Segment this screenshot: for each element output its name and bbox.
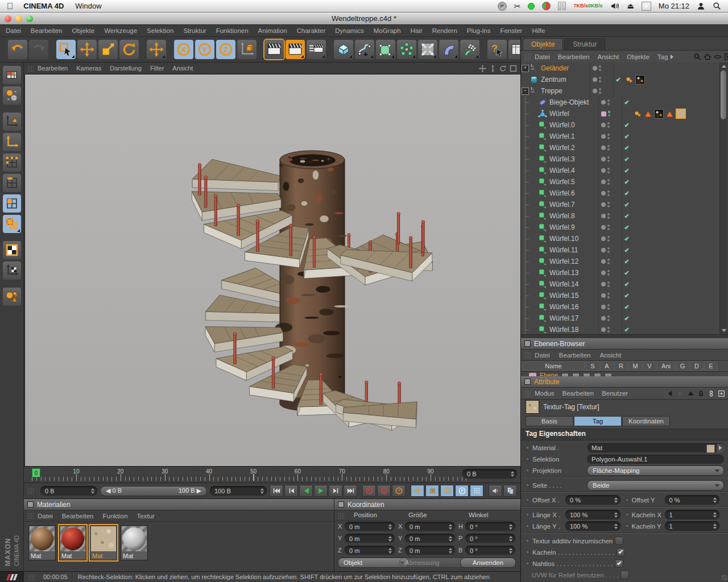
- window-titlebar[interactable]: Wendeltreppe.c4d *: [0, 13, 728, 25]
- rotate-view-icon[interactable]: [499, 65, 507, 72]
- move-button[interactable]: [77, 40, 97, 59]
- key-pla-button[interactable]: [470, 485, 483, 497]
- offset-x-field[interactable]: 0 %: [565, 495, 621, 505]
- dot[interactable]: [607, 259, 610, 261]
- add-panel-icon[interactable]: [718, 390, 725, 397]
- scrollbar-thumb[interactable]: [721, 70, 726, 119]
- layer-browser-title-bar[interactable]: Ebenen-Browser: [521, 338, 728, 350]
- editor-render-dots[interactable]: [607, 225, 610, 230]
- menu-item-bearbeiten[interactable]: Bearbeiten: [31, 27, 63, 34]
- current-frame-field[interactable]: 0 B: [40, 486, 97, 496]
- editor-render-dots[interactable]: [599, 77, 601, 82]
- menu-item-datei[interactable]: Datei: [535, 352, 550, 359]
- timeline-playhead[interactable]: 0: [32, 468, 40, 477]
- scroll-up-icon[interactable]: [720, 63, 727, 70]
- key-scale-button[interactable]: [425, 485, 439, 497]
- spinner-arrows[interactable]: [713, 497, 717, 503]
- menu-item-mograph[interactable]: MoGraph: [374, 27, 401, 34]
- enable-dot[interactable]: [601, 157, 606, 161]
- menu-item-kameras[interactable]: Kameras: [76, 65, 101, 72]
- dot[interactable]: [607, 327, 610, 329]
- selektion-field[interactable]: Polygon-Auswahl.1: [587, 455, 724, 464]
- texture-tag-icon[interactable]: [654, 109, 664, 119]
- undo-button[interactable]: [8, 40, 27, 59]
- dot[interactable]: [607, 330, 610, 332]
- cpu-pie-icon[interactable]: [542, 2, 551, 10]
- visibility-dots[interactable]: [598, 313, 622, 324]
- dot[interactable]: [607, 270, 610, 272]
- tree-row-würfel-15[interactable]: Würfel.15✔: [521, 290, 720, 301]
- dot[interactable]: [607, 134, 610, 136]
- spinner-arrows[interactable]: [449, 548, 452, 554]
- tree-row-würfel-4[interactable]: Würfel.4✔: [521, 165, 720, 176]
- tree-row-würfel-1[interactable]: Würfel.1✔: [521, 131, 720, 142]
- enable-dot[interactable]: [601, 180, 606, 184]
- dot[interactable]: [607, 179, 610, 181]
- visibility-dots[interactable]: [598, 165, 622, 176]
- tree-row-würfel-3[interactable]: Würfel.3✔: [521, 153, 720, 165]
- enable-dot[interactable]: [601, 236, 606, 241]
- dot[interactable]: [607, 304, 610, 306]
- tree-row-würfel-8[interactable]: Würfel.8✔: [521, 210, 720, 222]
- column-header-name[interactable]: Name: [522, 361, 585, 371]
- kacheln-x-field[interactable]: 1: [665, 510, 720, 519]
- visibility-dots[interactable]: [590, 63, 614, 74]
- layer-row[interactable]: Ebene: [521, 372, 728, 376]
- apple-menu-icon[interactable]: : [7, 1, 13, 11]
- menu-item-werkzeuge[interactable]: Werkzeuge: [104, 27, 137, 34]
- editor-render-dots[interactable]: [607, 315, 610, 321]
- edges-mode-button[interactable]: [3, 174, 21, 192]
- lock-y-button[interactable]: Y: [195, 40, 214, 59]
- dot[interactable]: [607, 262, 610, 264]
- resize-grip[interactable]: [722, 575, 727, 581]
- menubar-clock[interactable]: Mo 21:12: [659, 2, 689, 10]
- collapse-icon[interactable]: −: [522, 88, 529, 95]
- editor-render-dots[interactable]: [607, 134, 610, 139]
- visibility-dots[interactable]: [598, 119, 622, 131]
- play-backward-button[interactable]: [299, 485, 313, 497]
- menu-item-ansicht[interactable]: Ansicht: [599, 352, 621, 359]
- tree-row-würfel-2[interactable]: Würfel.2✔: [521, 142, 720, 153]
- menu-item-datei[interactable]: Datei: [535, 53, 550, 60]
- enable-dot[interactable]: [601, 191, 606, 196]
- menu-item-objekte[interactable]: Objekte: [72, 27, 94, 34]
- tree-row-würfel-16[interactable]: Würfel.16✔: [521, 301, 720, 313]
- column-header-e[interactable]: E: [704, 361, 718, 371]
- dot[interactable]: [599, 80, 601, 82]
- editor-render-dots[interactable]: [607, 281, 610, 287]
- dot[interactable]: [607, 194, 610, 196]
- menu-item-bearbeiten[interactable]: Bearbeiten: [562, 390, 594, 397]
- visibility-dots[interactable]: [598, 301, 622, 313]
- play-forward-button[interactable]: [314, 485, 328, 497]
- panel-grip[interactable]: [28, 574, 35, 580]
- länge-x-field[interactable]: 100 %: [565, 510, 621, 519]
- next-frame-button[interactable]: [329, 485, 342, 497]
- visibility-dots[interactable]: [598, 188, 622, 199]
- record-key-button[interactable]: [362, 485, 376, 497]
- apply-button[interactable]: Anwenden: [460, 558, 516, 568]
- visibility-dots[interactable]: [590, 85, 614, 97]
- dot[interactable]: [607, 315, 610, 318]
- menu-item-rendern[interactable]: Rendern: [432, 27, 457, 34]
- menu-item-funktion[interactable]: Funktion: [102, 513, 127, 519]
- coordinates-title-bar[interactable]: Koordinaten: [334, 499, 520, 510]
- menu-item-fenster[interactable]: Fenster: [500, 27, 522, 34]
- enable-dot[interactable]: [601, 225, 606, 230]
- object-axis-mode-button[interactable]: [3, 133, 21, 151]
- ip-status-icon[interactable]: IP: [498, 2, 507, 11]
- menu-item-objekte[interactable]: Objekte: [627, 53, 650, 60]
- material-tile-3[interactable]: Mat: [121, 525, 148, 560]
- history-back-icon[interactable]: [667, 390, 674, 397]
- histogram-icon[interactable]: [558, 2, 566, 10]
- coordinate-field-winkel-b[interactable]: 0 °: [465, 546, 515, 555]
- render-queue-button[interactable]: [307, 40, 326, 59]
- record-auto-button[interactable]: [377, 485, 391, 497]
- editor-render-dots[interactable]: [607, 293, 610, 298]
- checkbox-checked[interactable]: ✔: [615, 559, 623, 568]
- dot[interactable]: [607, 307, 610, 310]
- checkbox-unchecked[interactable]: [615, 537, 623, 545]
- tree-row-würfel-13[interactable]: Würfel.13✔: [521, 267, 720, 278]
- column-header-d[interactable]: D: [690, 361, 704, 371]
- make-editable-button[interactable]: [3, 66, 21, 84]
- panel-grip[interactable]: [338, 513, 344, 519]
